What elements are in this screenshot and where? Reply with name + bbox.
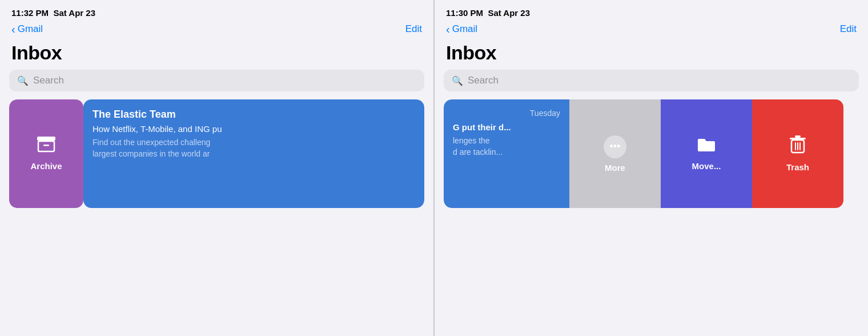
trash-icon bbox=[790, 135, 806, 158]
email-preview-line1-left: Find out the unexpected challeng bbox=[93, 137, 415, 149]
email-preview-right: lenges the d are tacklin... bbox=[453, 135, 560, 158]
move-icon bbox=[697, 137, 716, 157]
back-label-right: Gmail bbox=[452, 23, 477, 35]
email-card-left[interactable]: The Elastic Team How Netflix, T-Mobile, … bbox=[83, 99, 424, 208]
more-dots-icon: ••• bbox=[604, 135, 626, 158]
status-date-right: Sat Apr 23 bbox=[488, 8, 530, 18]
search-placeholder-left: Search bbox=[33, 75, 64, 86]
archive-action[interactable]: Archive bbox=[9, 99, 83, 208]
ellipsis-icon: ••• bbox=[610, 141, 621, 153]
nav-bar-right: ‹ Gmail Edit bbox=[435, 21, 868, 39]
status-time-right: 11:30 PM bbox=[446, 8, 483, 18]
back-chevron-right: ‹ bbox=[446, 23, 450, 35]
archive-label: Archive bbox=[30, 161, 62, 171]
status-bar-left: 11:32 PM Sat Apr 23 bbox=[0, 0, 433, 21]
email-card-right[interactable]: Tuesday G put their d... lenges the d ar… bbox=[444, 99, 569, 208]
inbox-title-right: Inbox bbox=[435, 39, 868, 70]
back-button-right[interactable]: ‹ Gmail bbox=[446, 23, 477, 35]
status-time-left: 11:32 PM bbox=[11, 8, 49, 18]
trash-label: Trash bbox=[786, 162, 809, 172]
more-action[interactable]: ••• More bbox=[569, 99, 661, 208]
email-sender-left: The Elastic Team bbox=[93, 109, 415, 121]
search-placeholder-right: Search bbox=[468, 75, 499, 86]
svg-rect-1 bbox=[38, 141, 54, 151]
edit-button-left[interactable]: Edit bbox=[405, 23, 422, 35]
status-bar-right: 11:30 PM Sat Apr 23 bbox=[435, 0, 868, 21]
trash-action[interactable]: Trash bbox=[752, 99, 843, 208]
svg-rect-2 bbox=[43, 145, 49, 146]
edit-button-right[interactable]: Edit bbox=[840, 23, 857, 35]
email-subject-left: How Netflix, T-Mobile, and ING pu bbox=[93, 124, 415, 134]
search-icon-right: 🔍 bbox=[452, 75, 463, 86]
email-sender-right: G put their d... bbox=[453, 122, 560, 132]
email-preview-line2-right: d are tacklin... bbox=[453, 147, 560, 158]
back-button-left[interactable]: ‹ Gmail bbox=[11, 23, 43, 35]
email-list-right: Tuesday G put their d... lenges the d ar… bbox=[435, 99, 868, 336]
screen-left: 11:32 PM Sat Apr 23 ‹ Gmail Edit Inbox 🔍… bbox=[0, 0, 433, 336]
nav-bar-left: ‹ Gmail Edit bbox=[0, 21, 433, 39]
search-icon-left: 🔍 bbox=[17, 75, 29, 86]
svg-rect-3 bbox=[790, 138, 806, 139]
email-list-left: Archive The Elastic Team How Netflix, T-… bbox=[0, 99, 433, 336]
back-chevron-left: ‹ bbox=[11, 23, 15, 35]
move-action[interactable]: Move... bbox=[661, 99, 752, 208]
email-preview-line1-right: lenges the bbox=[453, 135, 560, 147]
search-bar-right[interactable]: 🔍 Search bbox=[444, 70, 859, 91]
status-date-left: Sat Apr 23 bbox=[53, 8, 95, 18]
move-label: Move... bbox=[692, 161, 721, 171]
archive-icon bbox=[37, 137, 55, 157]
inbox-title-left: Inbox bbox=[0, 39, 433, 70]
more-label: More bbox=[605, 163, 625, 173]
search-bar-left[interactable]: 🔍 Search bbox=[9, 70, 424, 91]
swipe-row-left[interactable]: Archive The Elastic Team How Netflix, T-… bbox=[9, 99, 424, 208]
svg-rect-0 bbox=[37, 137, 55, 141]
back-label-left: Gmail bbox=[18, 23, 43, 35]
email-preview-left: Find out the unexpected challeng largest… bbox=[93, 137, 415, 159]
swipe-row-right[interactable]: Tuesday G put their d... lenges the d ar… bbox=[444, 99, 859, 208]
email-date-right: Tuesday bbox=[453, 109, 560, 118]
screen-right: 11:30 PM Sat Apr 23 ‹ Gmail Edit Inbox 🔍… bbox=[435, 0, 868, 336]
email-preview-line2-left: largest companies in the world ar bbox=[93, 149, 415, 160]
svg-rect-4 bbox=[795, 135, 801, 138]
